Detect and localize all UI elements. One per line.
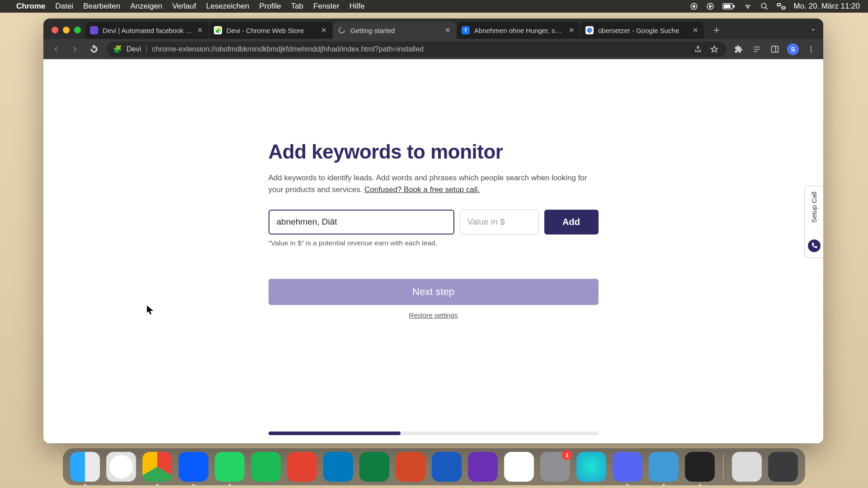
window-minimize-icon[interactable] bbox=[63, 27, 70, 33]
next-step-button[interactable]: Next step bbox=[269, 279, 599, 305]
chrome-window: Devi | Automated facebook gro ✕ 🧩 Devi -… bbox=[43, 19, 823, 443]
screen-record-icon[interactable] bbox=[690, 2, 698, 10]
close-icon[interactable]: ✕ bbox=[443, 26, 452, 34]
reload-button[interactable] bbox=[88, 43, 100, 56]
svg-point-6 bbox=[761, 3, 766, 8]
playback-icon[interactable] bbox=[706, 2, 714, 10]
close-icon[interactable]: ✕ bbox=[196, 26, 204, 34]
value-hint: "Value in $" is a potential revenue earn… bbox=[269, 239, 599, 247]
cursor-icon bbox=[147, 305, 153, 314]
profile-avatar[interactable]: S bbox=[787, 43, 799, 55]
tab-strip: Devi | Automated facebook gro ✕ 🧩 Devi -… bbox=[43, 19, 823, 39]
spinner-icon bbox=[338, 26, 346, 34]
dock-safari[interactable] bbox=[106, 452, 136, 482]
dock-trash[interactable] bbox=[768, 452, 798, 482]
menubar-app-name[interactable]: Chrome bbox=[16, 2, 45, 11]
setup-call-side-tab[interactable]: Setup Call bbox=[804, 186, 823, 258]
battery-icon[interactable] bbox=[722, 3, 735, 9]
dock-powerpoint[interactable] bbox=[396, 452, 425, 482]
dock-excel[interactable] bbox=[359, 452, 389, 482]
omnibox[interactable]: 🧩 Devi | chrome-extension://obofmdbkmind… bbox=[107, 42, 726, 57]
wifi-icon[interactable] bbox=[743, 3, 752, 10]
spotlight-icon[interactable] bbox=[760, 2, 769, 10]
tab-title: Devi - Chrome Web Store bbox=[226, 27, 317, 34]
menu-edit[interactable]: Bearbeiten bbox=[83, 2, 120, 11]
menu-history[interactable]: Verlauf bbox=[172, 2, 196, 11]
google-icon bbox=[585, 26, 594, 34]
svg-line-7 bbox=[765, 7, 768, 9]
side-panel-icon[interactable] bbox=[769, 43, 781, 55]
dock-discord[interactable] bbox=[613, 452, 642, 482]
share-icon[interactable] bbox=[692, 43, 704, 55]
toolbar: 🧩 Devi | chrome-extension://obofmdbkmind… bbox=[43, 39, 823, 59]
close-icon[interactable]: ✕ bbox=[567, 26, 576, 34]
dock-spotify[interactable] bbox=[251, 452, 281, 482]
dock-preview[interactable] bbox=[732, 452, 762, 482]
page-title: Add keywords to monitor bbox=[269, 141, 599, 163]
add-button[interactable]: Add bbox=[544, 210, 599, 235]
dock-todoist[interactable] bbox=[287, 452, 317, 482]
chrome-menu-icon[interactable] bbox=[805, 43, 817, 55]
menu-window[interactable]: Fenster bbox=[313, 2, 340, 11]
bookmark-star-icon[interactable] bbox=[708, 43, 720, 55]
dock-siri[interactable] bbox=[576, 452, 606, 482]
svg-point-10 bbox=[339, 28, 344, 33]
menu-file[interactable]: Datei bbox=[55, 2, 73, 11]
menu-bookmk[interactable]: Lesezeichen bbox=[206, 2, 249, 11]
facebook-icon: f bbox=[462, 26, 470, 34]
dock-system-settings[interactable]: 1 bbox=[540, 452, 570, 482]
tab-google[interactable]: übersetzer - Google Suche ✕ bbox=[581, 22, 704, 39]
dock-trello[interactable] bbox=[323, 452, 353, 482]
nav-forward-button[interactable] bbox=[69, 43, 81, 56]
url-chip: Devi bbox=[127, 45, 141, 53]
tab-devi-ext[interactable]: Devi | Automated facebook gro ✕ bbox=[85, 22, 208, 39]
dock-finder[interactable] bbox=[70, 452, 100, 482]
menu-view[interactable]: Anzeigen bbox=[130, 2, 162, 11]
menu-help[interactable]: Hilfe bbox=[349, 2, 365, 11]
dock-quicktime[interactable] bbox=[649, 452, 679, 482]
nav-back-button[interactable] bbox=[50, 43, 62, 56]
svg-rect-5 bbox=[733, 5, 735, 8]
url-text: chrome-extension://obofmdbkmindkbmdjkfdm… bbox=[152, 45, 424, 53]
dock-separator bbox=[723, 454, 724, 480]
tab-title: übersetzer - Google Suche bbox=[598, 27, 689, 34]
tab-webstore[interactable]: 🧩 Devi - Chrome Web Store ✕ bbox=[209, 22, 332, 39]
keyword-form: Add bbox=[269, 210, 599, 235]
dock-imovie[interactable] bbox=[468, 452, 498, 482]
page-subtitle: Add keywords to identify leads. Add word… bbox=[269, 172, 599, 196]
close-icon[interactable]: ✕ bbox=[320, 26, 328, 34]
page-content: Add keywords to monitor Add keywords to … bbox=[43, 59, 823, 443]
menubar-clock[interactable]: Mo. 20. März 11:20 bbox=[794, 2, 860, 11]
control-center-icon[interactable] bbox=[777, 3, 786, 9]
dock-chrome[interactable] bbox=[142, 452, 172, 482]
tab-facebook[interactable]: f Abnehmen ohne Hunger, schn ✕ bbox=[457, 22, 580, 39]
svg-rect-4 bbox=[724, 5, 731, 8]
menu-tab[interactable]: Tab bbox=[291, 2, 303, 11]
book-call-link[interactable]: Confused? Book a free setup call. bbox=[364, 185, 480, 194]
dock-whatsapp[interactable] bbox=[215, 452, 245, 482]
svg-point-1 bbox=[693, 5, 695, 8]
dock-google-drive[interactable] bbox=[504, 452, 534, 482]
value-input[interactable] bbox=[460, 210, 539, 235]
dock-word[interactable] bbox=[432, 452, 462, 482]
tab-title: Abnehmen ohne Hunger, schn bbox=[474, 27, 565, 34]
close-icon[interactable]: ✕ bbox=[691, 26, 699, 34]
dock: 1 bbox=[63, 448, 805, 485]
extensions-button[interactable] bbox=[733, 43, 745, 55]
new-tab-button[interactable]: ＋ bbox=[709, 23, 724, 37]
window-close-icon[interactable] bbox=[52, 27, 58, 33]
tab-title: Devi | Automated facebook gro bbox=[103, 27, 193, 34]
keyword-input[interactable] bbox=[269, 210, 454, 235]
tab-title: Getting started bbox=[350, 27, 441, 34]
menu-profile[interactable]: Profile bbox=[259, 2, 281, 11]
tab-list-button[interactable] bbox=[810, 26, 817, 35]
tab-favicon bbox=[90, 26, 98, 34]
reading-list-icon[interactable] bbox=[751, 43, 763, 55]
restore-settings-link[interactable]: Restore settings bbox=[269, 311, 599, 319]
svg-point-14 bbox=[811, 46, 812, 47]
window-zoom-icon[interactable] bbox=[74, 27, 81, 33]
dock-voice-memos[interactable] bbox=[685, 452, 715, 482]
tab-getting-started[interactable]: Getting started ✕ bbox=[333, 22, 456, 39]
progress-fill bbox=[269, 432, 401, 435]
dock-zoom[interactable] bbox=[179, 452, 208, 482]
